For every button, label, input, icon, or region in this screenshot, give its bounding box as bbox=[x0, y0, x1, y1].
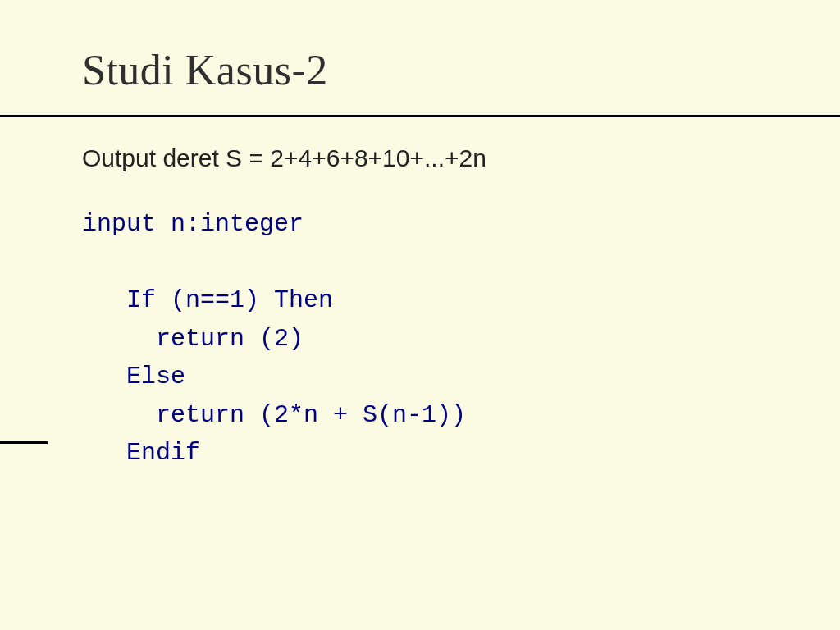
title-underline bbox=[0, 115, 840, 117]
slide-title: Studi Kasus-2 bbox=[82, 46, 758, 94]
side-accent-line bbox=[0, 441, 48, 444]
slide: Studi Kasus-2 Output deret S = 2+4+6+8+1… bbox=[0, 0, 840, 630]
code-line: If (n==1) Then bbox=[82, 286, 333, 314]
code-line: input n:integer bbox=[82, 210, 304, 238]
code-line: return (2) bbox=[82, 325, 304, 353]
code-line: Endif bbox=[82, 439, 200, 467]
code-line: Else bbox=[82, 363, 185, 390]
pseudocode-block: input n:integer If (n==1) Then return (2… bbox=[82, 205, 791, 472]
slide-body: Output deret S = 2+4+6+8+10+...+2n input… bbox=[82, 144, 791, 472]
code-line: return (2*n + S(n-1)) bbox=[82, 401, 466, 429]
description-text: Output deret S = 2+4+6+8+10+...+2n bbox=[82, 144, 791, 172]
